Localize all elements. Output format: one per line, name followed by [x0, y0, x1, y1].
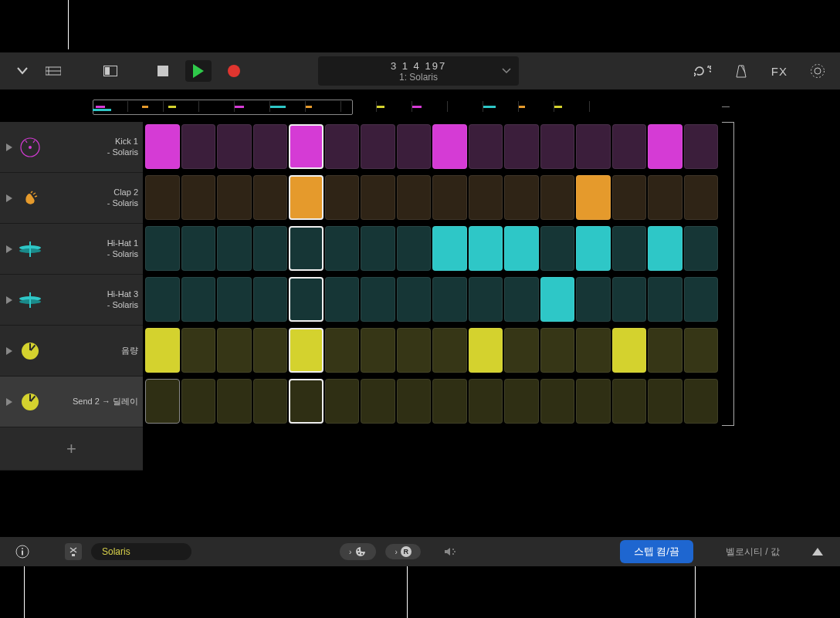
step-cell[interactable]	[181, 328, 216, 373]
step-cell[interactable]	[648, 277, 682, 322]
step-cell[interactable]	[253, 328, 288, 373]
step-cell[interactable]	[432, 277, 467, 322]
step-cell[interactable]	[217, 175, 252, 220]
disclosure-right-icon[interactable]	[6, 296, 12, 304]
step-cell[interactable]	[540, 328, 575, 373]
step-cell[interactable]	[648, 175, 682, 220]
disclosure-down-icon[interactable]	[14, 62, 31, 79]
close-icon[interactable]	[65, 543, 82, 560]
step-cell[interactable]	[361, 277, 395, 322]
step-cell[interactable]	[145, 175, 180, 220]
row-header[interactable]: Hi-Hat 3- Solaris	[0, 275, 143, 326]
row-header[interactable]: Hi-Hat 1- Solaris	[0, 224, 143, 275]
row-header[interactable]: Kick 1- Solaris	[0, 122, 143, 173]
step-cell[interactable]	[181, 379, 216, 424]
step-cell[interactable]	[253, 124, 288, 169]
step-cell[interactable]	[397, 124, 432, 169]
step-cell[interactable]	[325, 277, 360, 322]
step-cell[interactable]	[540, 124, 575, 169]
step-cell[interactable]	[648, 379, 682, 424]
disclosure-right-icon[interactable]	[6, 347, 12, 355]
disclosure-right-icon[interactable]	[6, 144, 12, 151]
step-cell[interactable]	[612, 175, 647, 220]
step-cell[interactable]	[325, 124, 360, 169]
step-cell[interactable]	[289, 379, 323, 424]
step-cell[interactable]	[361, 124, 395, 169]
step-cell[interactable]	[469, 124, 503, 169]
step-cell[interactable]	[217, 277, 252, 322]
step-cell[interactable]	[540, 379, 575, 424]
step-cell[interactable]	[504, 277, 539, 322]
step-cell[interactable]	[325, 328, 360, 373]
disclosure-right-icon[interactable]	[6, 194, 12, 202]
step-cell[interactable]	[432, 124, 467, 169]
step-cell[interactable]	[469, 328, 503, 373]
pattern-name-field[interactable]: Solaris	[91, 543, 191, 560]
step-cell[interactable]	[361, 328, 395, 373]
step-cell[interactable]	[469, 226, 503, 271]
step-cell[interactable]	[145, 124, 180, 169]
step-cell[interactable]	[684, 175, 719, 220]
step-cell[interactable]	[289, 124, 323, 169]
step-cell[interactable]	[145, 379, 180, 424]
step-cell[interactable]	[504, 124, 539, 169]
info-icon[interactable]	[14, 543, 31, 560]
step-cell[interactable]	[181, 277, 216, 322]
step-cell[interactable]	[504, 328, 539, 373]
step-cell[interactable]	[612, 124, 647, 169]
step-cell[interactable]	[469, 379, 503, 424]
pattern-ruler[interactable]	[93, 101, 618, 113]
metronome-icon[interactable]	[733, 62, 750, 79]
step-cell[interactable]	[145, 226, 180, 271]
step-cell[interactable]	[397, 328, 432, 373]
step-cell[interactable]	[504, 379, 539, 424]
step-cell[interactable]	[397, 175, 432, 220]
step-cell[interactable]	[325, 175, 360, 220]
step-cell[interactable]	[361, 175, 395, 220]
step-cell[interactable]	[432, 175, 467, 220]
step-cell[interactable]	[217, 226, 252, 271]
step-cell[interactable]	[684, 124, 719, 169]
step-cell[interactable]	[361, 226, 395, 271]
disclosure-right-icon[interactable]	[6, 398, 12, 406]
step-cell[interactable]	[289, 277, 323, 322]
step-cell[interactable]	[325, 379, 360, 424]
step-cell[interactable]	[504, 226, 539, 271]
gear-icon[interactable]	[809, 62, 826, 79]
step-cell[interactable]	[253, 277, 288, 322]
step-cell[interactable]	[648, 124, 682, 169]
step-cell[interactable]	[145, 328, 180, 373]
step-cell[interactable]	[612, 277, 647, 322]
step-cell[interactable]	[648, 226, 682, 271]
stop-button[interactable]	[154, 62, 171, 79]
lcd-display[interactable]: 3 1 4 197 1: Solaris	[318, 56, 519, 86]
edit-mode-label[interactable]: 벨로시티 / 값	[726, 545, 780, 559]
step-cell[interactable]	[540, 277, 575, 322]
step-cell[interactable]	[576, 277, 611, 322]
add-row-button[interactable]: +	[0, 427, 143, 471]
step-cell[interactable]	[217, 328, 252, 373]
step-cell[interactable]	[325, 226, 360, 271]
step-cell[interactable]	[612, 226, 647, 271]
fx-button[interactable]: FX	[771, 65, 788, 78]
step-cell[interactable]	[684, 226, 719, 271]
step-cell[interactable]	[469, 277, 503, 322]
step-on-off-button[interactable]: 스텝 켬/끔	[620, 540, 693, 563]
step-cell[interactable]	[612, 379, 647, 424]
step-cell[interactable]	[432, 226, 467, 271]
window-icon[interactable]	[102, 62, 119, 79]
step-cell[interactable]	[432, 328, 467, 373]
step-cell[interactable]	[397, 379, 432, 424]
expand-up-icon[interactable]	[809, 543, 826, 560]
step-cell[interactable]	[289, 328, 323, 373]
step-cell[interactable]	[612, 328, 647, 373]
step-cell[interactable]	[289, 226, 323, 271]
step-cell[interactable]	[540, 175, 575, 220]
step-cell[interactable]	[540, 226, 575, 271]
row-header[interactable]: Clap 2- Solaris	[0, 173, 143, 224]
step-cell[interactable]	[684, 277, 719, 322]
step-cell[interactable]	[181, 175, 216, 220]
step-cell[interactable]	[576, 124, 611, 169]
step-cell[interactable]	[504, 175, 539, 220]
chevron-down-icon[interactable]	[502, 67, 511, 76]
